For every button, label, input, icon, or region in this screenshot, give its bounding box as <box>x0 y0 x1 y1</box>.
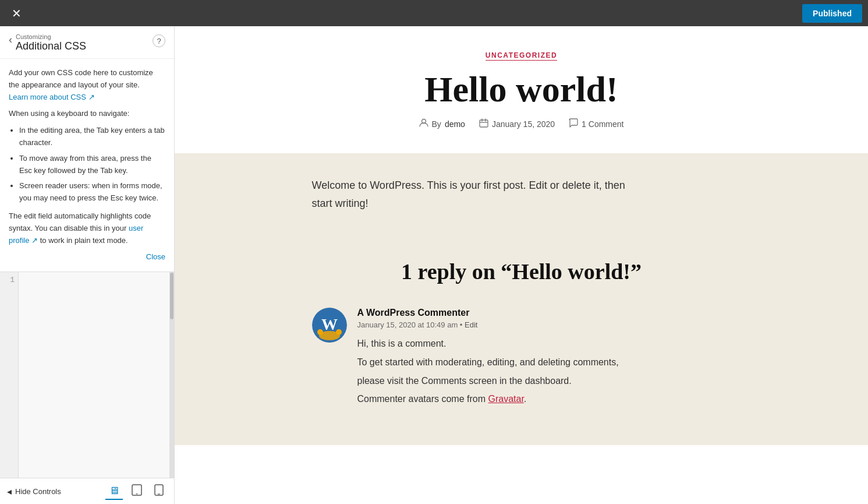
help-button[interactable]: ? <box>153 34 165 47</box>
main-layout: ‹ Customizing Additional CSS ? Add your … <box>0 26 868 504</box>
mobile-icon <box>154 484 164 496</box>
author-meta: By demo <box>419 118 465 130</box>
svg-point-10 <box>336 329 342 335</box>
author-icon <box>419 118 428 130</box>
post-content: Welcome to WordPress. This is your first… <box>312 177 731 212</box>
hide-controls-label: Hide Controls <box>15 487 61 496</box>
comment-period: . <box>524 394 526 404</box>
sidebar-content: Add your own CSS code here to customize … <box>0 59 174 272</box>
back-button[interactable]: ‹ <box>9 33 16 46</box>
close-link-wrapper: Close <box>9 251 165 263</box>
sidebar-scrollbar-thumb <box>170 273 173 319</box>
desktop-view-button[interactable]: 🖥 <box>105 483 123 500</box>
list-item: Screen reader users: when in forms mode,… <box>19 180 165 205</box>
post-title: Hello world! <box>186 69 856 109</box>
comments-title: 1 reply on “Hello world!” <box>221 259 821 284</box>
article-header: UNCATEGORIZED Hello world! By demo <box>175 26 868 153</box>
comment-text: Hi, this is a comment. To get started wi… <box>357 336 731 406</box>
customizing-label: Customizing <box>16 33 153 40</box>
tablet-view-button[interactable] <box>127 483 146 500</box>
keyboard-nav-list: In the editing area, the Tab key enters … <box>9 125 165 205</box>
date-meta: January 15, 2020 <box>479 118 555 130</box>
sidebar-scrollbar <box>169 272 174 478</box>
gravatar-link[interactable]: Gravatar <box>488 394 523 404</box>
author-link[interactable]: demo <box>445 119 465 129</box>
comment-count-text: 1 Comment <box>582 119 623 129</box>
article-body: Welcome to WordPress. This is your first… <box>175 153 868 247</box>
published-button[interactable]: Published <box>802 4 862 23</box>
close-button[interactable]: ✕ <box>6 5 27 22</box>
svg-rect-3 <box>158 494 160 494</box>
comment-meta: 1 Comment <box>569 118 623 130</box>
comment-edit-link[interactable]: Edit <box>465 320 477 329</box>
comment-meta-line: January 15, 2020 at 10:49 am • Edit <box>357 320 731 329</box>
svg-rect-1 <box>136 494 138 494</box>
sidebar-title-group: Customizing Additional CSS <box>16 33 153 52</box>
comment-line-3: please visit the Comments screen in the … <box>357 373 731 389</box>
description-text: Add your own CSS code here to customize … <box>9 67 165 103</box>
calendar-icon <box>479 118 488 130</box>
commenter-avatar: W <box>312 308 347 343</box>
wordpress-avatar-svg: W <box>312 308 347 343</box>
learn-more-link[interactable]: Learn more about CSS ↗ <box>9 93 95 101</box>
date-text: January 15, 2020 <box>492 119 555 129</box>
svg-rect-5 <box>480 120 488 127</box>
preview-area: UNCATEGORIZED Hello world! By demo <box>175 26 868 504</box>
list-item: In the editing area, the Tab key enters … <box>19 125 165 149</box>
edit-field-note: The edit field automatically highlights … <box>9 210 165 246</box>
commenter-name-link[interactable]: A WordPress Commenter <box>357 308 470 318</box>
mobile-view-button[interactable] <box>151 483 167 500</box>
list-item: To move away from this area, press the E… <box>19 153 165 177</box>
line-number-1: 1 <box>0 276 15 284</box>
sidebar: ‹ Customizing Additional CSS ? Add your … <box>0 26 175 504</box>
comment-item: W A WordPress Commenter January 15, 2020… <box>312 308 731 410</box>
comment-icon <box>569 118 578 130</box>
css-textarea[interactable] <box>19 272 169 478</box>
top-bar: ✕ Published <box>0 0 868 26</box>
hide-controls-icon: ◂ <box>7 486 12 497</box>
keyboard-nav-title: When using a keyboard to navigate: <box>9 108 165 120</box>
external-link-icon: ↗ <box>88 93 95 101</box>
author-prefix: By <box>432 119 441 129</box>
line-numbers: 1 <box>0 272 19 478</box>
device-icons: 🖥 <box>105 483 167 500</box>
sidebar-header: ‹ Customizing Additional CSS ? <box>0 26 174 59</box>
bottom-controls: ◂ Hide Controls 🖥 <box>0 478 174 504</box>
tablet-icon <box>131 484 143 496</box>
comment-bullet: • <box>460 320 465 329</box>
comment-body: A WordPress Commenter January 15, 2020 a… <box>357 308 731 410</box>
comment-line-2: To get started with moderating, editing,… <box>357 355 731 370</box>
css-editor: 1 <box>0 272 174 478</box>
category-link[interactable]: UNCATEGORIZED <box>486 51 557 61</box>
svg-text:W: W <box>321 315 338 333</box>
external-link-icon-2: ↗ <box>31 236 38 245</box>
svg-point-9 <box>317 329 323 335</box>
comment-line-4: Commenter avatars come from Gravatar. <box>357 392 731 407</box>
comments-section: 1 reply on “Hello world!” W A WordPress … <box>175 247 868 445</box>
section-title: Additional CSS <box>16 40 153 52</box>
comment-line-1: Hi, this is a comment. <box>357 336 731 351</box>
hide-controls-button[interactable]: ◂ Hide Controls <box>7 486 61 497</box>
close-link[interactable]: Close <box>146 252 165 261</box>
post-meta: By demo January 15, 2020 <box>186 118 856 130</box>
comment-date: January 15, 2020 at 10:49 am <box>357 320 458 329</box>
